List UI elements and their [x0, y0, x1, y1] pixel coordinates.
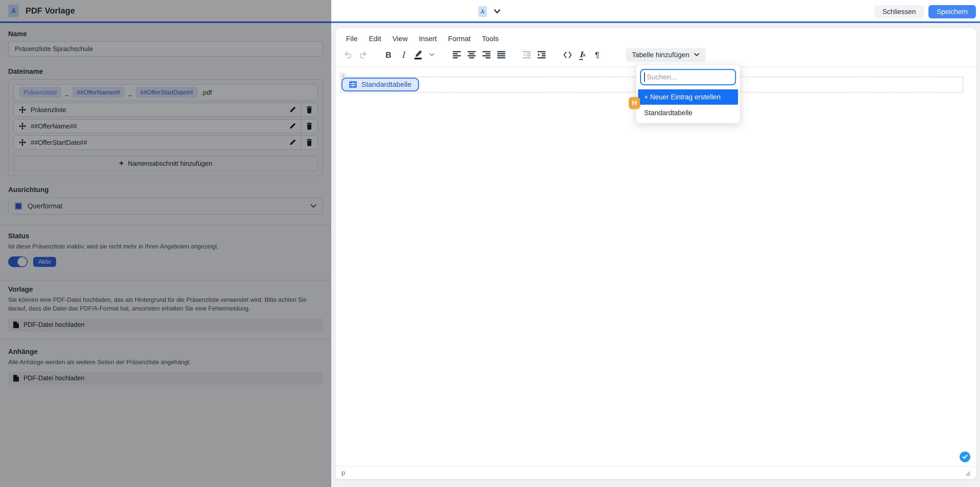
editor-statusbar: p: [335, 466, 977, 479]
editor-content[interactable]: p Standardtabelle: [335, 69, 977, 466]
dropdown-option[interactable]: Standardtabelle: [638, 106, 738, 120]
align-right-icon[interactable]: [480, 48, 493, 62]
sidebar: PDF Vorlage Name Dateiname Präsenzliste …: [0, 0, 331, 487]
code-icon[interactable]: [561, 48, 574, 62]
outdent-icon[interactable]: [520, 48, 534, 62]
menu-file[interactable]: File: [340, 33, 363, 45]
bold-icon[interactable]: B: [382, 48, 395, 62]
chevron-down-icon: [493, 9, 501, 14]
resize-handle-icon[interactable]: [964, 469, 970, 476]
menu-insert[interactable]: Insert: [414, 33, 442, 45]
pdf-template-editor: PDF Vorlage Name Dateiname Präsenzliste …: [0, 0, 980, 487]
close-button[interactable]: Schliessen: [874, 5, 924, 18]
element-path[interactable]: p: [342, 469, 345, 477]
table-icon: [349, 81, 357, 88]
menu-edit[interactable]: Edit: [363, 33, 387, 45]
highlight-color-icon[interactable]: [411, 48, 425, 62]
clear-formatting-icon[interactable]: Ix: [576, 48, 589, 62]
standardtabelle-chip[interactable]: Standardtabelle: [342, 78, 419, 91]
table-dropdown-panel: + Neuer Eintrag erstellen Standardtabell…: [636, 65, 740, 123]
check-circle-button[interactable]: [959, 452, 970, 462]
editor-menubar: File Edit View Insert Format Tools: [335, 28, 977, 45]
pdf-file-icon: [478, 6, 487, 17]
modal-header: Schliessen Speichern: [331, 0, 980, 23]
menu-view[interactable]: View: [387, 33, 413, 45]
check-icon: [962, 455, 968, 459]
align-left-icon[interactable]: [451, 48, 464, 62]
editor-toolbar: B I: [335, 45, 977, 67]
search-input[interactable]: [640, 69, 736, 85]
align-center-icon[interactable]: [466, 48, 479, 62]
menu-format[interactable]: Format: [442, 33, 476, 45]
italic-icon[interactable]: I: [396, 48, 410, 62]
create-entry-option[interactable]: + Neuer Eintrag erstellen: [638, 89, 738, 105]
align-justify-icon[interactable]: [495, 48, 508, 62]
redo-icon[interactable]: [356, 48, 369, 62]
save-button[interactable]: Speichern: [928, 5, 976, 18]
paragraph-icon[interactable]: ¶: [590, 48, 604, 62]
undo-icon[interactable]: [342, 48, 355, 62]
template-type-dropdown[interactable]: [478, 0, 501, 23]
h-badge[interactable]: H: [629, 97, 640, 109]
chevron-down-icon[interactable]: [425, 48, 438, 62]
modal-backdrop[interactable]: [0, 0, 331, 487]
text-caret: [644, 72, 645, 82]
menu-tools[interactable]: Tools: [476, 33, 504, 45]
indent-icon[interactable]: [535, 48, 549, 62]
add-table-button[interactable]: Tabelle hinzufügen: [626, 48, 706, 62]
